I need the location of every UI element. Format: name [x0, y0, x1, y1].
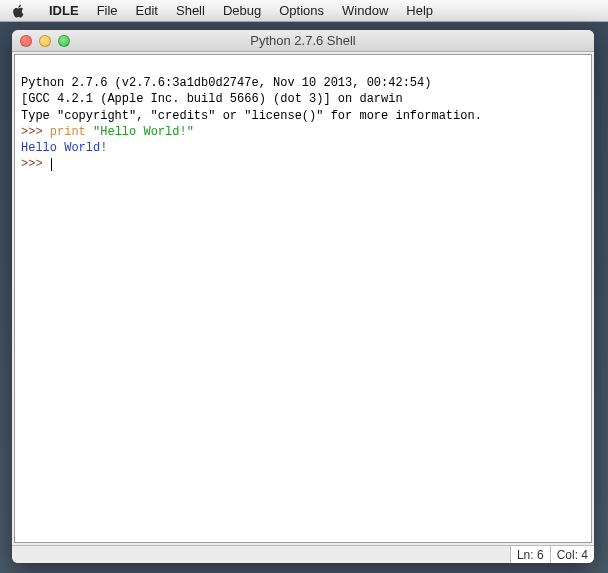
shell-line: >>> print "Hello World!"	[21, 124, 585, 140]
shell-content[interactable]: Python 2.7.6 (v2.7.6:3a1db0d2747e, Nov 1…	[14, 54, 592, 543]
text-cursor	[51, 158, 52, 171]
keyword-print: print	[50, 125, 86, 139]
idle-window: Python 2.7.6 Shell Python 2.7.6 (v2.7.6:…	[12, 30, 594, 563]
shell-prompt: >>>	[21, 125, 50, 139]
traffic-lights	[20, 35, 70, 47]
statusbar: Ln: 6 Col: 4	[12, 545, 594, 563]
apple-logo-icon	[12, 4, 26, 18]
window-titlebar[interactable]: Python 2.7.6 Shell	[12, 30, 594, 52]
window-title: Python 2.7.6 Shell	[12, 33, 594, 48]
status-line: Ln: 6	[510, 546, 550, 563]
shell-line: Python 2.7.6 (v2.7.6:3a1db0d2747e, Nov 1…	[21, 75, 585, 91]
shell-line: >>>	[21, 156, 585, 172]
status-col: Col: 4	[550, 546, 594, 563]
string-literal: "Hello World!"	[93, 125, 194, 139]
menu-file[interactable]: File	[88, 3, 127, 18]
zoom-button[interactable]	[58, 35, 70, 47]
menu-window[interactable]: Window	[333, 3, 397, 18]
shell-output: Hello World!	[21, 140, 585, 156]
close-button[interactable]	[20, 35, 32, 47]
macos-menubar: IDLE File Edit Shell Debug Options Windo…	[0, 0, 608, 22]
menu-debug[interactable]: Debug	[214, 3, 270, 18]
shell-line: Type "copyright", "credits" or "license(…	[21, 108, 585, 124]
menu-help[interactable]: Help	[397, 3, 442, 18]
menu-idle[interactable]: IDLE	[40, 3, 88, 18]
shell-prompt: >>>	[21, 157, 50, 171]
menu-edit[interactable]: Edit	[127, 3, 167, 18]
menu-shell[interactable]: Shell	[167, 3, 214, 18]
minimize-button[interactable]	[39, 35, 51, 47]
shell-line: [GCC 4.2.1 (Apple Inc. build 5666) (dot …	[21, 91, 585, 107]
menu-options[interactable]: Options	[270, 3, 333, 18]
